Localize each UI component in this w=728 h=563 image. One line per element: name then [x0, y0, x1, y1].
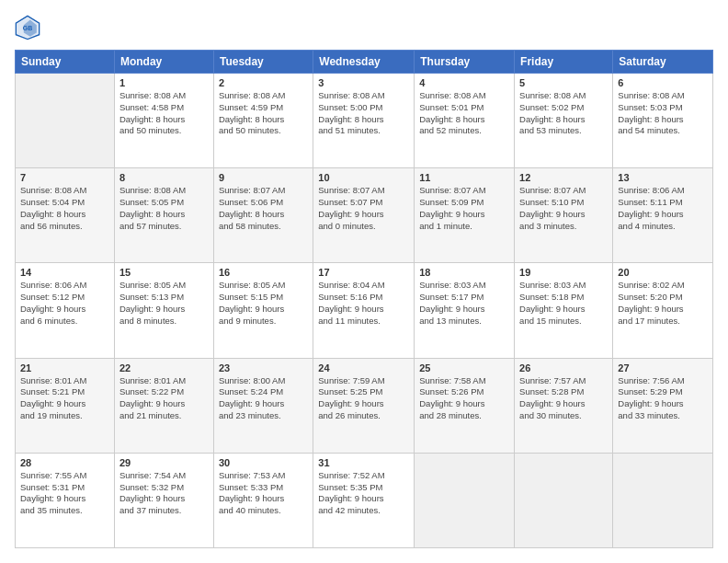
day-number: 30 [219, 457, 308, 468]
day-info: Sunrise: 8:06 AM Sunset: 5:12 PM Dayligh… [20, 280, 109, 327]
day-number: 31 [318, 457, 409, 468]
day-info: Sunrise: 7:53 AM Sunset: 5:33 PM Dayligh… [219, 470, 308, 517]
day-info: Sunrise: 7:59 AM Sunset: 5:25 PM Dayligh… [318, 375, 409, 422]
day-info: Sunrise: 8:08 AM Sunset: 5:05 PM Dayligh… [119, 185, 209, 232]
calendar-cell: 12Sunrise: 8:07 AM Sunset: 5:10 PM Dayli… [515, 168, 613, 263]
calendar-table: SundayMondayTuesdayWednesdayThursdayFrid… [15, 50, 713, 548]
day-number: 11 [419, 172, 509, 183]
page: GB SundayMondayTuesdayWednesdayThursdayF… [0, 0, 728, 563]
calendar-cell: 15Sunrise: 8:05 AM Sunset: 5:13 PM Dayli… [114, 263, 213, 358]
day-info: Sunrise: 8:07 AM Sunset: 5:10 PM Dayligh… [519, 185, 608, 232]
day-number: 14 [20, 267, 109, 278]
calendar-cell: 9Sunrise: 8:07 AM Sunset: 5:06 PM Daylig… [213, 168, 313, 263]
day-number: 3 [318, 77, 409, 88]
day-info: Sunrise: 7:55 AM Sunset: 5:31 PM Dayligh… [20, 470, 109, 517]
day-number: 19 [519, 267, 608, 278]
calendar-week-row: 21Sunrise: 8:01 AM Sunset: 5:21 PM Dayli… [16, 358, 713, 453]
calendar-week-row: 14Sunrise: 8:06 AM Sunset: 5:12 PM Dayli… [16, 263, 713, 358]
day-number: 10 [318, 172, 409, 183]
day-info: Sunrise: 8:02 AM Sunset: 5:20 PM Dayligh… [618, 280, 708, 327]
day-number: 12 [519, 172, 608, 183]
day-info: Sunrise: 8:08 AM Sunset: 5:00 PM Dayligh… [318, 90, 409, 137]
day-info: Sunrise: 8:04 AM Sunset: 5:16 PM Dayligh… [318, 280, 409, 327]
day-number: 7 [20, 172, 109, 183]
column-header-wednesday: Wednesday [313, 51, 415, 74]
day-info: Sunrise: 8:01 AM Sunset: 5:21 PM Dayligh… [20, 375, 109, 422]
day-number: 13 [618, 172, 708, 183]
calendar-cell: 1Sunrise: 8:08 AM Sunset: 4:58 PM Daylig… [114, 74, 213, 168]
calendar-cell: 2Sunrise: 8:08 AM Sunset: 4:59 PM Daylig… [213, 74, 313, 168]
day-number: 5 [519, 77, 608, 88]
day-number: 9 [219, 172, 308, 183]
day-info: Sunrise: 8:08 AM Sunset: 5:03 PM Dayligh… [618, 90, 708, 137]
calendar-header-row: SundayMondayTuesdayWednesdayThursdayFrid… [16, 51, 713, 74]
day-number: 29 [119, 457, 209, 468]
column-header-friday: Friday [515, 51, 613, 74]
day-info: Sunrise: 8:08 AM Sunset: 4:59 PM Dayligh… [219, 90, 308, 137]
calendar-cell: 22Sunrise: 8:01 AM Sunset: 5:22 PM Dayli… [114, 358, 213, 453]
calendar-cell: 18Sunrise: 8:03 AM Sunset: 5:17 PM Dayli… [415, 263, 515, 358]
calendar-cell: 21Sunrise: 8:01 AM Sunset: 5:21 PM Dayli… [16, 358, 115, 453]
day-number: 17 [318, 267, 409, 278]
logo: GB [15, 15, 44, 40]
day-number: 4 [419, 77, 509, 88]
day-info: Sunrise: 8:01 AM Sunset: 5:22 PM Dayligh… [119, 375, 209, 422]
calendar-cell: 10Sunrise: 8:07 AM Sunset: 5:07 PM Dayli… [313, 168, 415, 263]
day-info: Sunrise: 8:08 AM Sunset: 5:04 PM Dayligh… [20, 185, 109, 232]
day-info: Sunrise: 7:57 AM Sunset: 5:28 PM Dayligh… [519, 375, 608, 422]
day-info: Sunrise: 8:05 AM Sunset: 5:13 PM Dayligh… [119, 280, 209, 327]
day-number: 28 [20, 457, 109, 468]
calendar-cell: 30Sunrise: 7:53 AM Sunset: 5:33 PM Dayli… [213, 453, 313, 547]
calendar-cell: 25Sunrise: 7:58 AM Sunset: 5:26 PM Dayli… [415, 358, 515, 453]
day-number: 18 [419, 267, 509, 278]
calendar-cell: 5Sunrise: 8:08 AM Sunset: 5:02 PM Daylig… [515, 74, 613, 168]
day-number: 6 [618, 77, 708, 88]
day-info: Sunrise: 8:06 AM Sunset: 5:11 PM Dayligh… [618, 185, 708, 232]
day-number: 27 [618, 362, 708, 373]
day-number: 2 [219, 77, 308, 88]
calendar-cell [16, 74, 115, 168]
day-info: Sunrise: 8:08 AM Sunset: 4:58 PM Dayligh… [119, 90, 209, 137]
day-info: Sunrise: 7:56 AM Sunset: 5:29 PM Dayligh… [618, 375, 708, 422]
calendar-cell: 28Sunrise: 7:55 AM Sunset: 5:31 PM Dayli… [16, 453, 115, 547]
day-info: Sunrise: 8:03 AM Sunset: 5:17 PM Dayligh… [419, 280, 509, 327]
day-number: 15 [119, 267, 209, 278]
calendar-cell: 27Sunrise: 7:56 AM Sunset: 5:29 PM Dayli… [613, 358, 713, 453]
calendar-cell: 26Sunrise: 7:57 AM Sunset: 5:28 PM Dayli… [515, 358, 613, 453]
calendar-cell: 14Sunrise: 8:06 AM Sunset: 5:12 PM Dayli… [16, 263, 115, 358]
calendar-week-row: 1Sunrise: 8:08 AM Sunset: 4:58 PM Daylig… [16, 74, 713, 168]
calendar-cell: 8Sunrise: 8:08 AM Sunset: 5:05 PM Daylig… [114, 168, 213, 263]
day-info: Sunrise: 7:52 AM Sunset: 5:35 PM Dayligh… [318, 470, 409, 517]
calendar-cell: 13Sunrise: 8:06 AM Sunset: 5:11 PM Dayli… [613, 168, 713, 263]
calendar-cell: 31Sunrise: 7:52 AM Sunset: 5:35 PM Dayli… [313, 453, 415, 547]
calendar-cell: 16Sunrise: 8:05 AM Sunset: 5:15 PM Dayli… [213, 263, 313, 358]
calendar-cell: 3Sunrise: 8:08 AM Sunset: 5:00 PM Daylig… [313, 74, 415, 168]
calendar-cell [515, 453, 613, 547]
day-number: 25 [419, 362, 509, 373]
header: GB [15, 15, 713, 40]
day-info: Sunrise: 7:54 AM Sunset: 5:32 PM Dayligh… [119, 470, 209, 517]
calendar-cell: 7Sunrise: 8:08 AM Sunset: 5:04 PM Daylig… [16, 168, 115, 263]
column-header-tuesday: Tuesday [213, 51, 313, 74]
calendar-week-row: 7Sunrise: 8:08 AM Sunset: 5:04 PM Daylig… [16, 168, 713, 263]
day-info: Sunrise: 8:05 AM Sunset: 5:15 PM Dayligh… [219, 280, 308, 327]
svg-text:GB: GB [23, 25, 33, 31]
day-number: 1 [119, 77, 209, 88]
calendar-week-row: 28Sunrise: 7:55 AM Sunset: 5:31 PM Dayli… [16, 453, 713, 547]
calendar-cell: 11Sunrise: 8:07 AM Sunset: 5:09 PM Dayli… [415, 168, 515, 263]
calendar-cell: 29Sunrise: 7:54 AM Sunset: 5:32 PM Dayli… [114, 453, 213, 547]
day-info: Sunrise: 8:03 AM Sunset: 5:18 PM Dayligh… [519, 280, 608, 327]
day-number: 8 [119, 172, 209, 183]
day-info: Sunrise: 8:07 AM Sunset: 5:06 PM Dayligh… [219, 185, 308, 232]
day-number: 23 [219, 362, 308, 373]
day-info: Sunrise: 8:00 AM Sunset: 5:24 PM Dayligh… [219, 375, 308, 422]
day-info: Sunrise: 8:08 AM Sunset: 5:02 PM Dayligh… [519, 90, 608, 137]
column-header-sunday: Sunday [16, 51, 115, 74]
calendar-cell [415, 453, 515, 547]
day-number: 22 [119, 362, 209, 373]
day-info: Sunrise: 7:58 AM Sunset: 5:26 PM Dayligh… [419, 375, 509, 422]
column-header-monday: Monday [114, 51, 213, 74]
column-header-thursday: Thursday [415, 51, 515, 74]
calendar-cell [613, 453, 713, 547]
day-number: 24 [318, 362, 409, 373]
